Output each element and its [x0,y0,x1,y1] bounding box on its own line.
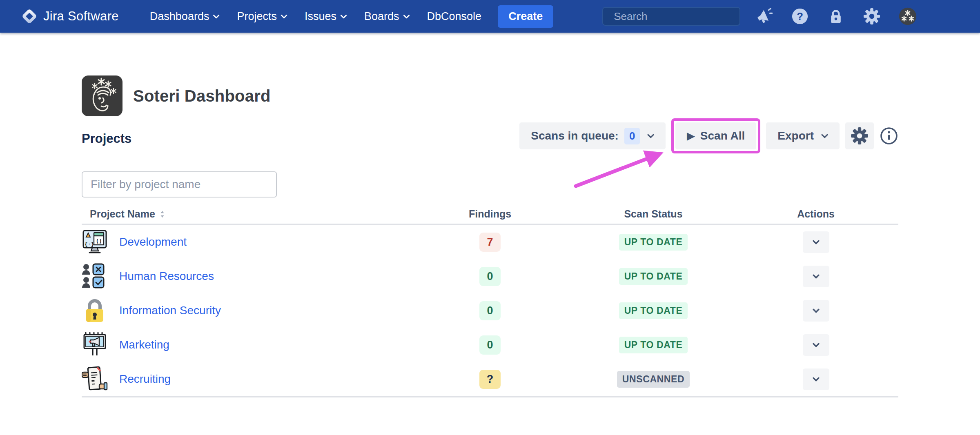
chevron-down-icon [281,14,287,19]
navbar-search[interactable] [602,7,740,26]
table-bottom-divider [82,396,898,397]
export-label: Export [777,129,814,142]
megaphone-glyph [755,8,773,25]
project-filter-input[interactable] [82,171,277,198]
actions-cell [783,293,849,328]
scan-status-badge: UP TO DATE [619,234,688,251]
status-cell: UP TO DATE [612,225,694,259]
status-cell: UP TO DATE [612,259,694,293]
findings-cell: 0 [457,259,523,293]
project-link[interactable]: Information Security [119,304,221,317]
status-cell: UP TO DATE [612,293,694,328]
project-link[interactable]: Marketing [119,338,169,351]
page-title: Soteri Dashboard [133,87,271,105]
jira-logo-icon [21,7,38,25]
create-button[interactable]: Create [498,5,553,28]
findings-badge: 0 [479,301,501,320]
nav-issues[interactable]: Issues [305,10,347,23]
lock-icon[interactable] [827,7,845,25]
chevron-down-icon [813,343,820,347]
row-actions-button[interactable] [803,300,829,322]
table-row: Recruiting ? UNSCANNED [82,362,898,396]
column-header-actions: Actions [783,208,849,220]
resume-hands-icon [82,366,108,392]
development-monitor-icon: {·} () [82,229,108,255]
info-button[interactable] [880,127,898,145]
scans-in-queue-dropdown[interactable]: Scans in queue: 0 [519,122,666,149]
announcement-icon[interactable] [755,7,773,25]
findings-cell: ? [457,362,523,396]
table-row: Human Resources 0 UP TO DATE [82,259,898,293]
actions-cell [783,328,849,362]
billboard-megaphone-icon [82,332,108,358]
chevron-down-icon [813,240,820,244]
navbar-icon-group: ? [755,7,917,25]
findings-badge: 0 [479,267,501,286]
table-row: Information Security 0 UP TO DATE [82,293,898,328]
findings-badge: 7 [479,233,501,252]
gear-icon [850,127,869,145]
scan-all-label: Scan All [700,129,745,142]
avatar-asterisks-glyph [899,5,917,27]
search-input[interactable] [614,10,751,23]
findings-cell: 7 [457,225,523,259]
projects-heading: Projects [82,131,131,146]
findings-badge: 0 [479,335,501,355]
findings-cell: 0 [457,328,523,362]
brand-name: Jira Software [43,9,119,24]
chevron-down-icon [213,14,220,19]
row-actions-button[interactable] [803,231,829,253]
nav-label: Projects [237,10,277,23]
project-link[interactable]: Human Resources [119,270,214,283]
svg-text:{·}: {·} [85,241,94,247]
status-cell: UNSCANNED [612,362,694,396]
gear-icon[interactable] [863,7,881,25]
padlock-icon [82,297,108,324]
scans-in-queue-count: 0 [624,128,640,144]
chevron-down-icon [821,134,828,138]
row-actions-button[interactable] [803,368,829,390]
jira-brand[interactable]: Jira Software [21,7,119,25]
findings-badge: ? [479,370,501,389]
scan-status-badge: UNSCANNED [617,371,690,388]
settings-button[interactable] [845,122,874,149]
nav-projects[interactable]: Projects [237,10,287,23]
soteri-logo [82,75,122,116]
play-icon: ▶ [687,131,694,141]
svg-text:(): () [96,238,102,244]
projects-toolbar: Scans in queue: 0 ▶ Scan All Export [519,118,898,153]
nav-label: Dashboards [150,10,209,23]
chevron-down-icon [403,14,410,19]
nav-label: DbConsole [427,10,482,23]
project-link[interactable]: Recruiting [119,373,171,386]
export-dropdown[interactable]: Export [766,122,840,149]
nav-dbconsole[interactable]: DbConsole [427,10,482,23]
soteri-dashboard-page: Jira Software Dashboards Projects Issues… [0,0,980,435]
help-icon[interactable]: ? [791,7,809,25]
chevron-down-icon [647,134,654,138]
nav-dashboards[interactable]: Dashboards [150,10,220,23]
row-actions-button[interactable] [803,334,829,356]
column-header-project-name[interactable]: Project Name [90,208,165,220]
table-row: {·} () Development 7 UP TO DATE [82,225,898,259]
gear-glyph [863,8,880,25]
question-glyph: ? [791,8,808,25]
svg-text:?: ? [797,11,803,22]
hr-people-checklist-icon [82,263,108,289]
nav-label: Issues [305,10,336,23]
scan-status-badge: UP TO DATE [619,302,688,319]
sort-icon[interactable] [160,211,165,218]
nav-label: Boards [364,10,399,23]
page-header: Soteri Dashboard [82,75,271,116]
chevron-down-icon [813,308,820,313]
project-link[interactable]: Development [119,235,187,249]
actions-cell [783,259,849,293]
table-row: Marketing 0 UP TO DATE [82,328,898,362]
column-label: Project Name [90,208,155,220]
padlock-glyph [828,8,844,25]
top-navbar: Jira Software Dashboards Projects Issues… [0,0,980,33]
scan-all-button[interactable]: ▶ Scan All [675,122,756,149]
user-avatar[interactable] [899,7,917,25]
nav-boards[interactable]: Boards [364,10,410,23]
row-actions-button[interactable] [803,266,829,287]
